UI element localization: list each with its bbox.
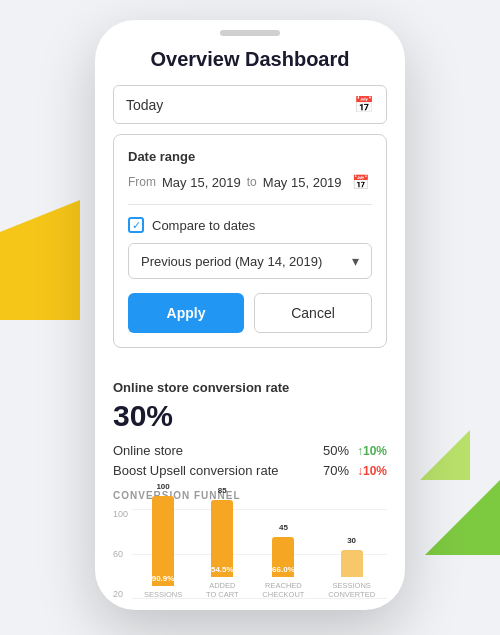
bar-top-sessions: 100 <box>156 482 169 491</box>
dropdown-value: Previous period (May 14, 2019) <box>141 254 322 269</box>
divider <box>128 204 372 205</box>
compare-checkbox-row[interactable]: ✓ Compare to dates <box>128 217 372 233</box>
metric-right-1: 70% ↓10% <box>323 463 387 478</box>
dashboard-section: Online store conversion rate 30% Online … <box>95 362 405 610</box>
metric-right-0: 50% ↑10% <box>323 443 387 458</box>
page-title: Overview Dashboard <box>113 48 387 71</box>
chevron-down-icon: ▾ <box>352 253 359 269</box>
y-label-20: 20 <box>113 589 128 599</box>
to-sep: to <box>247 175 257 189</box>
bar-xlabel-converted: SESSIONS CONVERTED <box>328 581 375 599</box>
metric-row-1: Boost Upsell conversion rate 70% ↓10% <box>113 463 387 478</box>
metric-row-0: Online store 50% ↑10% <box>113 443 387 458</box>
bar-checkout: 45 66.0% REACHED CHECKOUT <box>262 487 304 599</box>
phone-frame: Overview Dashboard Today 📅 Date range Fr… <box>95 20 405 610</box>
decoration-green <box>425 475 500 555</box>
checkmark-icon: ✓ <box>132 219 141 232</box>
bar-inner-cart: 54.5% <box>211 565 234 574</box>
y-label-60: 60 <box>113 549 128 559</box>
date-range-calendar-icon[interactable]: 📅 <box>352 174 369 190</box>
bar-top-converted: 30 <box>347 536 356 545</box>
decoration-yellow <box>0 200 80 320</box>
metric-name-1: Boost Upsell conversion rate <box>113 463 278 478</box>
bar-top-cart: 85 <box>218 486 227 495</box>
metric-change-1: ↓10% <box>357 464 387 478</box>
date-panel: Date range From May 15, 2019 to May 15, … <box>113 134 387 348</box>
bar-sessions: 100 90.9% SESSIONS <box>144 496 182 599</box>
bar-added-to-cart: 85 54.5% ADDED TO CART <box>206 487 239 599</box>
metric-change-0: ↑10% <box>357 444 387 458</box>
bar-inner-checkout: 66.0% <box>272 565 295 574</box>
date-input-value: Today <box>126 97 354 113</box>
action-buttons: Apply Cancel <box>128 293 372 333</box>
conversion-label: Online store conversion rate <box>113 380 387 395</box>
calendar-icon: 📅 <box>354 95 374 114</box>
conversion-funnel-chart: 100 60 20 10 <box>113 509 387 610</box>
y-axis: 100 60 20 <box>113 509 128 599</box>
apply-button[interactable]: Apply <box>128 293 244 333</box>
date-panel-title: Date range <box>128 149 372 164</box>
from-date[interactable]: May 15, 2019 <box>162 175 241 190</box>
metric-pct-0: 50% <box>323 443 349 458</box>
conversion-rate: 30% <box>113 399 387 433</box>
bar-xlabel-cart: ADDED TO CART <box>206 581 239 599</box>
from-label: From <box>128 175 156 189</box>
metric-pct-1: 70% <box>323 463 349 478</box>
phone-content: Overview Dashboard Today 📅 Date range Fr… <box>95 36 405 362</box>
scene: Overview Dashboard Today 📅 Date range Fr… <box>0 0 500 635</box>
to-date[interactable]: May 15, 2019 <box>263 175 342 190</box>
bar-xlabel-sessions: SESSIONS <box>144 590 182 599</box>
decoration-green-small <box>420 430 470 480</box>
period-dropdown[interactable]: Previous period (May 14, 2019) ▾ <box>128 243 372 279</box>
y-label-100: 100 <box>113 509 128 519</box>
date-range-row: From May 15, 2019 to May 15, 2019 📅 <box>128 174 372 190</box>
compare-checkbox[interactable]: ✓ <box>128 217 144 233</box>
compare-label: Compare to dates <box>152 218 255 233</box>
bar-inner-sessions: 90.9% <box>152 574 175 583</box>
bar-top-checkout: 45 <box>279 523 288 532</box>
bar-xlabel-checkout: REACHED CHECKOUT <box>262 581 304 599</box>
metric-name-0: Online store <box>113 443 183 458</box>
date-input[interactable]: Today 📅 <box>113 85 387 124</box>
cancel-button[interactable]: Cancel <box>254 293 372 333</box>
bar-converted: 30 SESSIONS CONVERTED <box>328 487 375 599</box>
